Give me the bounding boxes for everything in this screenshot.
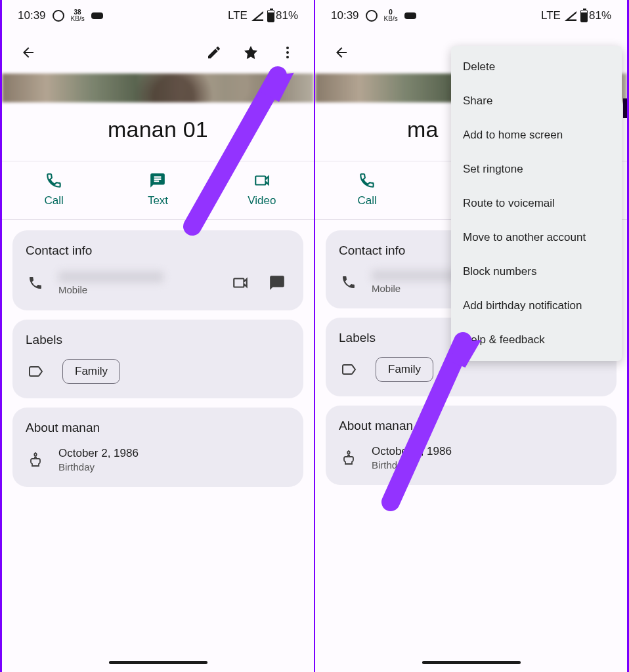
status-time: 10:39 bbox=[18, 9, 46, 22]
battery-icon: 81% bbox=[580, 9, 611, 22]
menu-add-home[interactable]: Add to home screen bbox=[451, 118, 622, 152]
overflow-button[interactable] bbox=[272, 37, 303, 68]
phone-screenshot-2: 10:39 0KB/s LTE 81% ma Call bbox=[314, 0, 629, 672]
arrow-back-icon bbox=[20, 45, 36, 60]
about-card: About manan October 2, 1986 Birthday bbox=[12, 408, 303, 487]
menu-delete[interactable]: Delete bbox=[451, 50, 622, 84]
menu-birthday-notif[interactable]: Add birthday notification bbox=[451, 289, 622, 323]
message-button[interactable] bbox=[264, 270, 290, 296]
star-button[interactable] bbox=[235, 37, 267, 68]
labels-title: Labels bbox=[26, 333, 290, 347]
pencil-icon bbox=[206, 45, 222, 60]
contact-photo-banner bbox=[2, 74, 314, 102]
status-bar: 10:39 0KB/s LTE 81% bbox=[315, 0, 627, 32]
video-icon bbox=[232, 274, 249, 291]
phone-row[interactable]: Mobile bbox=[26, 270, 290, 296]
text-action[interactable]: Text bbox=[106, 161, 209, 219]
svg-point-1 bbox=[286, 51, 289, 54]
cake-icon bbox=[341, 450, 357, 466]
assistant-icon bbox=[366, 10, 378, 22]
call-action[interactable]: Call bbox=[315, 161, 419, 219]
video-call-button[interactable] bbox=[227, 270, 253, 296]
phone-screenshot-1: 10:39 38KB/s LTE 81% bbox=[0, 0, 314, 672]
about-title: About manan bbox=[339, 419, 603, 433]
contact-name: manan 01 bbox=[2, 102, 314, 161]
video-icon bbox=[253, 172, 271, 189]
signal-icon bbox=[251, 11, 263, 21]
menu-ringtone[interactable]: Set ringtone bbox=[451, 152, 622, 186]
cake-icon bbox=[28, 452, 43, 468]
menu-block[interactable]: Block numbers bbox=[451, 255, 622, 289]
label-chip-family[interactable]: Family bbox=[62, 359, 120, 384]
birthday-row[interactable]: October 2, 1986 Birthday bbox=[339, 445, 603, 471]
status-signal-type: LTE bbox=[541, 9, 561, 22]
status-pill-icon bbox=[404, 12, 416, 19]
contact-info-title: Contact info bbox=[26, 243, 290, 258]
message-icon bbox=[149, 172, 166, 189]
phone-number-redacted bbox=[372, 270, 457, 282]
menu-help[interactable]: Help & feedback bbox=[451, 323, 622, 357]
birthday-row[interactable]: October 2, 1986 Birthday bbox=[26, 447, 290, 472]
action-row: Call Text Video bbox=[2, 161, 314, 220]
back-button[interactable] bbox=[326, 37, 357, 68]
overflow-menu: Delete Share Add to home screen Set ring… bbox=[451, 46, 622, 361]
phone-icon bbox=[358, 172, 376, 189]
about-title: About manan bbox=[26, 421, 290, 435]
contact-info-card: Contact info Mobile bbox=[12, 230, 303, 310]
menu-move-account[interactable]: Move to another account bbox=[451, 220, 622, 255]
label-chip-family[interactable]: Family bbox=[376, 357, 433, 382]
labels-card: Labels Family bbox=[12, 320, 303, 398]
label-icon bbox=[341, 362, 357, 377]
edit-button[interactable] bbox=[198, 37, 230, 68]
back-button[interactable] bbox=[12, 37, 44, 68]
call-action[interactable]: Call bbox=[2, 161, 106, 219]
menu-voicemail[interactable]: Route to voicemail bbox=[451, 186, 622, 220]
app-bar bbox=[2, 32, 314, 74]
status-bar: 10:39 38KB/s LTE 81% bbox=[2, 0, 314, 32]
message-icon bbox=[269, 274, 286, 291]
status-pill-icon bbox=[91, 12, 103, 19]
edge-accent bbox=[623, 98, 627, 118]
nav-bar-handle[interactable] bbox=[422, 661, 521, 664]
phone-icon bbox=[28, 275, 43, 291]
svg-point-2 bbox=[286, 56, 289, 58]
status-time: 10:39 bbox=[331, 9, 359, 22]
arrow-back-icon bbox=[334, 45, 349, 60]
phone-number-redacted bbox=[58, 271, 163, 283]
about-card: About manan October 2, 1986 Birthday bbox=[326, 406, 617, 485]
star-icon bbox=[243, 45, 259, 60]
status-signal-type: LTE bbox=[228, 9, 248, 22]
video-action[interactable]: Video bbox=[210, 161, 314, 219]
assistant-icon bbox=[53, 10, 64, 22]
phone-icon bbox=[341, 274, 357, 290]
signal-icon bbox=[565, 11, 576, 21]
menu-share[interactable]: Share bbox=[451, 84, 622, 118]
battery-icon: 81% bbox=[267, 9, 298, 22]
status-netrate: 38KB/s bbox=[71, 9, 85, 22]
status-netrate: 0KB/s bbox=[384, 9, 398, 22]
svg-point-0 bbox=[286, 47, 289, 49]
nav-bar-handle[interactable] bbox=[109, 661, 207, 664]
label-icon bbox=[28, 364, 43, 379]
phone-icon bbox=[45, 172, 62, 189]
more-vert-icon bbox=[280, 45, 295, 60]
